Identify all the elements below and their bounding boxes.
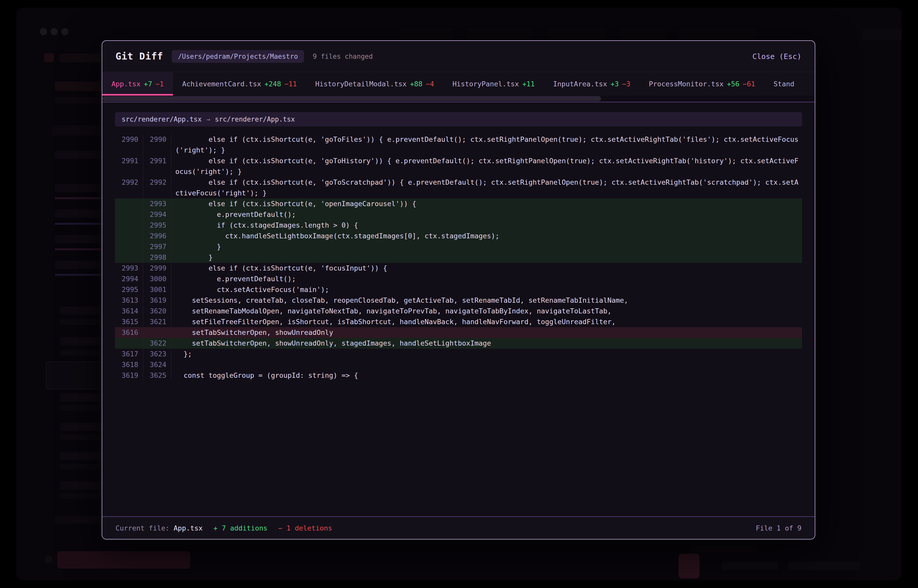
file-tab-additions: +56 xyxy=(727,80,739,88)
code-text: }; xyxy=(171,349,802,359)
code-text: else if (ctx.isShortcut(e, 'focusInput')… xyxy=(171,263,802,273)
new-line-number: 2992 xyxy=(143,177,171,199)
diff-row: 2992 2992 else if (ctx.isShortcut(e, 'go… xyxy=(115,177,802,199)
code-text xyxy=(171,359,802,370)
diff-row: 2993 2999 else if (ctx.isShortcut(e, 'fo… xyxy=(115,263,802,273)
new-line-number: 3619 xyxy=(143,295,171,306)
diff-row: 3618 3624 xyxy=(115,359,802,370)
code-text: const toggleGroup = (groupId: string) =>… xyxy=(171,370,802,381)
old-line-number: 3617 xyxy=(115,349,143,359)
close-button[interactable]: Close (Esc) xyxy=(752,52,801,61)
new-line-number: 3001 xyxy=(143,284,171,295)
code-text: else if (ctx.isShortcut(e, 'openImageCar… xyxy=(171,199,802,209)
old-line-number xyxy=(115,199,143,209)
new-line-number xyxy=(143,327,171,338)
code-text: setTabSwitcherOpen, showUnreadOnly xyxy=(171,327,802,338)
old-line-number: 3618 xyxy=(115,359,143,370)
old-line-number xyxy=(115,209,143,220)
old-line-number: 2995 xyxy=(115,284,143,295)
file-tab-name: App.tsx xyxy=(112,80,141,88)
repo-path-badge: /Users/pedram/Projects/Maestro xyxy=(172,50,304,63)
file-tab-additions: +3 xyxy=(610,80,619,88)
new-line-number: 3620 xyxy=(143,306,171,317)
file-tab[interactable]: InputArea.tsx +3 −3 xyxy=(544,72,640,95)
old-line-number xyxy=(115,241,143,252)
old-line-number: 2992 xyxy=(115,177,143,199)
old-line-number: 3619 xyxy=(115,370,143,381)
old-line-number xyxy=(115,252,143,263)
file-tab-additions: +248 xyxy=(264,80,281,88)
file-tab-deletions: −11 xyxy=(285,80,297,88)
file-tab[interactable]: AchievementCard.tsx +248 −11 xyxy=(173,72,306,95)
current-file-name: App.tsx xyxy=(173,524,203,532)
additions-count: + 7 additions xyxy=(214,524,267,532)
diff-row: 3619 3625 const toggleGroup = (groupId: … xyxy=(115,370,802,381)
file-path-from: src/renderer/App.tsx xyxy=(121,115,202,123)
code-text: setSessions, createTab, closeTab, reopen… xyxy=(171,295,802,306)
new-line-number: 2998 xyxy=(143,252,171,263)
files-changed-count: 9 files changed xyxy=(313,53,373,60)
file-tab-name: HistoryDetailModal.tsx xyxy=(316,80,407,88)
file-tab[interactable]: ProcessMonitor.tsx +56 −61 xyxy=(640,72,764,95)
diff-row: 2996 ctx.handleSetLightboxImage(ctx.stag… xyxy=(115,231,802,241)
new-line-number: 2991 xyxy=(143,155,171,177)
file-tab-name: InputArea.tsx xyxy=(553,80,607,88)
old-line-number: 3615 xyxy=(115,317,143,327)
diff-row: 2998 } xyxy=(115,252,802,263)
old-line-number xyxy=(115,338,143,349)
tabs-scrollbar-track[interactable] xyxy=(102,95,815,102)
tabs-scrollbar-thumb[interactable] xyxy=(102,96,601,101)
new-line-number: 3622 xyxy=(143,338,171,349)
diff-row: 2995 3001 ctx.setActiveFocus('main'); xyxy=(115,284,802,295)
file-tab-deletions: −4 xyxy=(426,80,434,88)
code-text: ctx.setActiveFocus('main'); xyxy=(171,284,802,295)
diff-row: 3614 3620 setRenameTabModalOpen, navigat… xyxy=(115,306,802,317)
code-text: else if (ctx.isShortcut(e, 'goToHistory'… xyxy=(171,155,802,177)
current-file-label: Current file: xyxy=(115,524,170,532)
file-tab-deletions: −1 xyxy=(155,80,164,88)
new-line-number: 3621 xyxy=(143,317,171,327)
file-tab-name: Stand xyxy=(774,80,794,88)
file-path-header: src/renderer/App.tsx → src/renderer/App.… xyxy=(115,112,802,126)
git-diff-modal: Git Diff /Users/pedram/Projects/Maestro … xyxy=(102,40,815,540)
code-text: } xyxy=(171,252,802,263)
old-line-number: 2990 xyxy=(115,134,143,155)
new-line-number: 2997 xyxy=(143,241,171,252)
code-text: else if (ctx.isShortcut(e, 'goToScratchp… xyxy=(171,177,802,199)
diff-row: 2993 else if (ctx.isShortcut(e, 'openIma… xyxy=(115,199,802,209)
file-tab-name: AchievementCard.tsx xyxy=(182,80,261,88)
old-line-number xyxy=(115,220,143,231)
diff-row: 3613 3619 setSessions, createTab, closeT… xyxy=(115,295,802,306)
file-tab-name: ProcessMonitor.tsx xyxy=(649,80,724,88)
code-text: setRenameTabModalOpen, navigateToNextTab… xyxy=(171,306,802,317)
file-tab[interactable]: HistoryPanel.tsx +11 xyxy=(443,72,544,95)
new-line-number: 3623 xyxy=(143,349,171,359)
code-text: setTabSwitcherOpen, showUnreadOnly, stag… xyxy=(171,338,802,349)
modal-title: Git Diff xyxy=(115,51,163,62)
new-line-number: 2993 xyxy=(143,199,171,209)
file-tabs: App.tsx +7 −1 AchievementCard.tsx +248 −… xyxy=(102,72,815,95)
file-tab-name: HistoryPanel.tsx xyxy=(452,80,519,88)
new-line-number: 2999 xyxy=(143,263,171,273)
old-line-number: 3616 xyxy=(115,327,143,338)
modal-footer: Current file: App.tsx + 7 additions − 1 … xyxy=(102,516,815,539)
old-line-number: 2994 xyxy=(115,273,143,284)
new-line-number: 2990 xyxy=(143,134,171,155)
diff-row: 2997 } xyxy=(115,241,802,252)
diff-row: 2991 2991 else if (ctx.isShortcut(e, 'go… xyxy=(115,155,802,177)
file-tab-deletions: −3 xyxy=(622,80,630,88)
code-text: if (ctx.stagedImages.length > 0) { xyxy=(171,220,802,231)
file-tab[interactable]: Stand xyxy=(764,72,803,95)
file-tab[interactable]: App.tsx +7 −1 xyxy=(102,72,173,95)
file-tab[interactable]: HistoryDetailModal.tsx +88 −4 xyxy=(306,72,444,95)
old-line-number: 3613 xyxy=(115,295,143,306)
code-text: } xyxy=(171,241,802,252)
new-line-number: 3624 xyxy=(143,359,171,370)
diff-row: 3616 setTabSwitcherOpen, showUnreadOnly xyxy=(115,327,802,338)
old-line-number xyxy=(115,231,143,241)
new-line-number: 3625 xyxy=(143,370,171,381)
new-line-number: 2996 xyxy=(143,231,171,241)
file-tab-additions: +88 xyxy=(410,80,423,88)
diff-row: 3617 3623 }; xyxy=(115,349,802,359)
code-text: e.preventDefault(); xyxy=(171,209,802,220)
